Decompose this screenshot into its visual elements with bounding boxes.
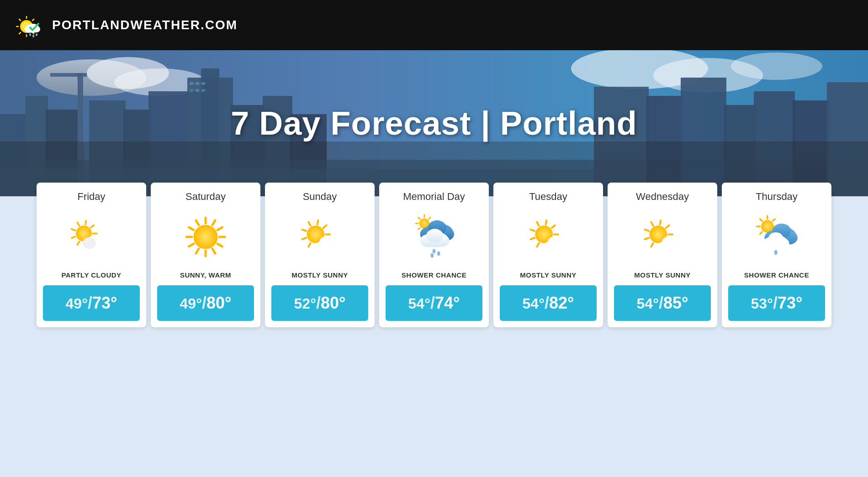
svg-rect-34 [190,82,193,85]
card-low-temp: 53° [751,295,773,312]
svg-line-76 [196,220,199,225]
svg-rect-36 [201,82,205,85]
svg-point-67 [83,237,96,249]
svg-point-142 [662,236,675,248]
svg-line-121 [537,222,539,226]
card-weather-icon [722,207,831,267]
svg-line-58 [72,229,75,231]
card-temperature: 53°/73° [728,285,825,321]
svg-line-100 [418,217,420,219]
logo-area[interactable]: PORTLANDWEATHER.COM [14,9,238,41]
svg-line-59 [77,222,79,225]
svg-line-102 [429,217,430,219]
card-high-temp: 80° [321,294,345,312]
card-day-label: Saturday [151,183,260,207]
svg-line-122 [546,220,547,225]
card-temperature: 49°/80° [157,285,254,321]
svg-line-86 [302,230,307,231]
card-weather-icon [379,207,489,267]
card-low-temp: 54° [408,295,430,312]
svg-line-9 [19,32,21,34]
svg-point-22 [731,52,822,80]
card-low-temp: 54° [523,295,545,312]
forecast-title: 7 Day Forecast | Portland [231,105,637,142]
card-day-label: Memorial Day [379,183,489,207]
site-title: PORTLANDWEATHER.COM [52,18,238,32]
svg-line-132 [651,243,653,247]
card-low-temp: 54° [637,295,659,312]
card-weather-icon [608,207,717,267]
hero-section: 7 Day Forecast | Portland [0,50,868,196]
card-condition-label: SUNNY, WARM [151,267,260,285]
svg-line-87 [308,222,311,226]
site-header: PORTLANDWEATHER.COM [0,0,868,50]
svg-line-60 [85,221,86,225]
svg-line-150 [773,219,775,221]
svg-point-94 [319,236,333,248]
svg-point-128 [548,236,561,248]
svg-point-159 [768,232,783,245]
svg-line-85 [302,238,307,239]
forecast-cards-section: Friday PARTLY CLOUDY [0,183,868,327]
svg-line-120 [531,230,535,231]
svg-line-123 [552,225,555,228]
card-day-label: Thursday [722,183,831,207]
card-high-temp: 82° [549,294,574,312]
card-high-temp: 74° [435,294,460,312]
svg-line-73 [189,244,194,246]
svg-line-118 [537,243,539,247]
svg-line-75 [189,227,194,230]
svg-rect-39 [201,89,205,92]
svg-point-13 [29,33,31,36]
svg-point-14 [32,35,34,37]
card-day-label: Friday [37,183,146,207]
svg-line-134 [645,230,649,231]
svg-point-160 [774,250,778,255]
svg-line-136 [660,220,661,225]
card-temperature: 52°/80° [271,285,368,321]
svg-line-72 [196,249,199,253]
card-high-temp: 73° [778,294,802,312]
svg-line-146 [760,232,762,234]
card-high-temp: 80° [206,294,231,312]
forecast-card-friday: Friday PARTLY CLOUDY [37,183,146,327]
forecast-card-saturday: Saturday SUNNY, WARM 49°/80° [151,183,260,327]
card-high-temp: 85° [663,294,688,312]
svg-line-56 [77,241,79,245]
forecast-card-wednesday: Wednesday MOSTLY SUNNY [608,183,717,327]
svg-point-113 [437,251,440,256]
svg-line-137 [666,225,669,228]
svg-line-98 [418,228,420,230]
card-low-temp: 49° [66,295,88,312]
card-temperature: 49°/73° [43,285,140,321]
svg-line-135 [651,222,653,226]
card-condition-label: MOSTLY SUNNY [265,267,375,285]
card-condition-label: SHOWER CHANCE [379,267,489,285]
card-weather-icon [265,207,375,267]
svg-rect-35 [196,82,199,85]
card-temperature: 54°/85° [614,285,711,321]
svg-point-114 [430,253,434,258]
svg-line-6 [19,19,21,21]
card-condition-label: MOSTLY SUNNY [608,267,717,285]
svg-line-84 [308,243,311,247]
card-low-temp: 52° [294,295,316,312]
svg-point-15 [36,33,37,36]
card-weather-icon [151,207,260,267]
svg-line-88 [318,220,318,225]
svg-point-111 [426,229,443,242]
svg-line-148 [760,219,762,221]
svg-rect-37 [190,89,193,92]
card-weather-icon [37,207,146,267]
card-low-temp: 49° [180,295,202,312]
forecast-card-thursday: Thursday [722,183,831,327]
svg-line-57 [72,237,75,238]
card-condition-label: PARTLY CLOUDY [37,267,146,285]
card-temperature: 54°/74° [386,285,482,321]
card-day-label: Sunday [265,183,375,207]
svg-line-79 [217,227,222,230]
svg-line-133 [645,238,649,239]
logo-icon [14,9,46,41]
forecast-card-memorial-day: Memorial Day [379,183,489,327]
card-day-label: Tuesday [493,183,603,207]
